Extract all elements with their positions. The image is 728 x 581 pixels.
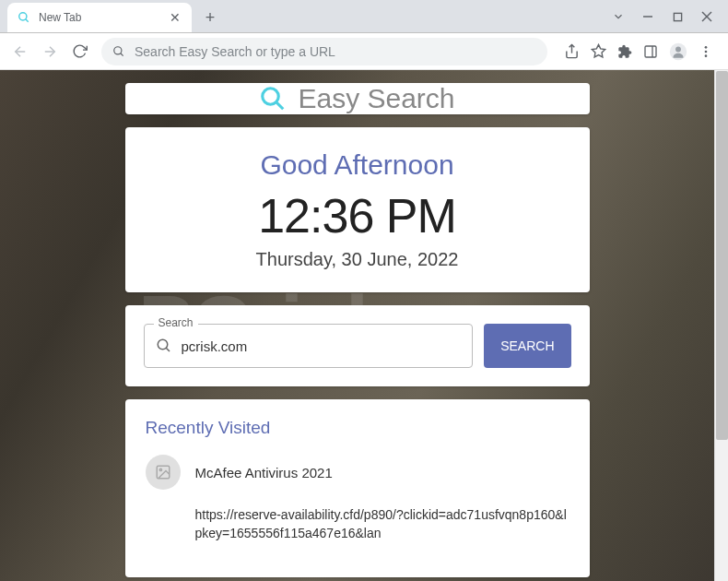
forward-button[interactable]	[37, 39, 63, 65]
svg-line-20	[276, 102, 284, 110]
search-icon	[112, 45, 125, 58]
toolbar-actions	[557, 42, 721, 61]
search-icon	[156, 338, 172, 354]
recently-visited-card: Recently Visited McAfee Antivirus 2021 h…	[125, 399, 590, 577]
svg-point-24	[159, 468, 161, 470]
image-placeholder-icon	[146, 455, 181, 490]
svg-point-0	[19, 13, 27, 20]
close-icon[interactable]: ✕	[168, 10, 182, 25]
close-window-icon[interactable]	[700, 11, 713, 22]
page-content: PCrisk.com Easy Search Good Afternoon 12…	[0, 70, 714, 581]
search-label: Search	[154, 316, 198, 329]
logo-card: Easy Search	[125, 83, 590, 114]
recent-item-text: McAfee Antivirus 2021	[195, 465, 333, 480]
time-text: 12:36 PM	[147, 188, 568, 243]
search-input[interactable]	[182, 338, 462, 354]
address-bar[interactable]: Search Easy Search or type a URL	[101, 38, 547, 65]
svg-point-17	[705, 50, 708, 53]
svg-rect-12	[645, 46, 656, 57]
date-text: Thursday, 30 June, 2022	[147, 249, 568, 270]
back-button[interactable]	[7, 39, 33, 65]
svg-line-1	[26, 19, 29, 22]
new-tab-button[interactable]: +	[197, 5, 223, 30]
omnibox-placeholder: Search Easy Search or type a URL	[135, 44, 335, 59]
window-controls	[612, 0, 728, 33]
tab-title: New Tab	[39, 11, 160, 24]
svg-point-16	[705, 46, 708, 49]
svg-point-18	[705, 54, 708, 57]
svg-line-9	[121, 53, 123, 55]
share-icon[interactable]	[564, 43, 580, 59]
search-card: Search SEARCH	[125, 305, 590, 386]
list-item[interactable]: https://reserve-availability.cfd/p890/?c…	[146, 506, 569, 542]
search-icon	[17, 10, 31, 25]
svg-point-8	[114, 46, 122, 53]
svg-line-22	[166, 348, 170, 351]
logo-text: Easy Search	[298, 83, 454, 114]
search-field[interactable]: Search	[144, 324, 474, 368]
browser-tab[interactable]: New Tab ✕	[7, 3, 192, 32]
extensions-icon[interactable]	[617, 44, 632, 59]
reload-button[interactable]	[66, 39, 92, 65]
profile-icon[interactable]	[669, 42, 687, 61]
scrollbar-thumb[interactable]	[716, 71, 728, 440]
svg-point-19	[263, 89, 279, 105]
greeting-text: Good Afternoon	[147, 149, 568, 181]
svg-marker-11	[592, 44, 605, 56]
search-icon	[259, 85, 287, 113]
minimize-icon[interactable]	[641, 11, 654, 22]
scrollbar[interactable]	[714, 70, 728, 581]
svg-rect-3	[674, 13, 681, 20]
svg-point-15	[675, 46, 681, 52]
sidepanel-icon[interactable]	[643, 44, 658, 59]
list-item[interactable]: McAfee Antivirus 2021	[146, 455, 569, 490]
menu-icon[interactable]	[699, 44, 713, 59]
recently-visited-title: Recently Visited	[146, 418, 569, 438]
clock-card: Good Afternoon 12:36 PM Thursday, 30 Jun…	[125, 127, 590, 292]
maximize-icon[interactable]	[671, 12, 684, 22]
recent-item-text: https://reserve-availability.cfd/p890/?c…	[195, 506, 569, 542]
browser-toolbar: Search Easy Search or type a URL	[0, 33, 728, 70]
browser-titlebar: New Tab ✕ +	[0, 0, 728, 33]
svg-point-21	[158, 339, 168, 350]
chevron-down-icon[interactable]	[612, 10, 625, 23]
search-button[interactable]: SEARCH	[484, 324, 570, 368]
bookmark-icon[interactable]	[591, 43, 606, 59]
